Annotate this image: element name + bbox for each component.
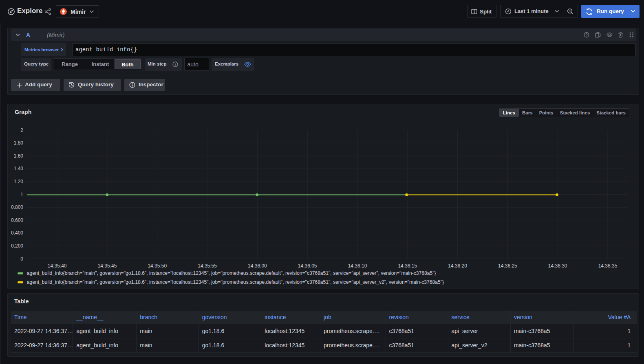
svg-text:14:36:20: 14:36:20: [448, 263, 467, 269]
svg-text:0: 0: [20, 256, 23, 262]
svg-text:0.800: 0.800: [11, 204, 23, 210]
svg-text:1.20: 1.20: [14, 179, 24, 184]
svg-text:14:35:55: 14:35:55: [198, 263, 217, 269]
svg-text:1: 1: [20, 192, 23, 197]
svg-text:0.200: 0.200: [11, 243, 23, 249]
svg-text:0.600: 0.600: [11, 217, 23, 223]
svg-text:14:35:50: 14:35:50: [148, 263, 167, 269]
svg-text:14:36:30: 14:36:30: [548, 263, 567, 269]
svg-text:14:36:15: 14:36:15: [398, 263, 417, 269]
svg-text:14:36:00: 14:36:00: [248, 263, 267, 269]
svg-text:0.400: 0.400: [11, 230, 23, 236]
svg-text:14:35:40: 14:35:40: [48, 263, 67, 269]
svg-text:14:36:10: 14:36:10: [348, 263, 367, 269]
svg-text:2: 2: [20, 127, 23, 133]
svg-text:1.60: 1.60: [14, 153, 24, 159]
svg-text:14:35:45: 14:35:45: [98, 263, 117, 269]
svg-text:14:36:05: 14:36:05: [298, 263, 317, 269]
svg-text:14:36:25: 14:36:25: [498, 263, 517, 269]
svg-text:14:36:35: 14:36:35: [598, 263, 618, 269]
svg-text:1.40: 1.40: [14, 166, 24, 171]
svg-text:1.80: 1.80: [14, 140, 24, 146]
